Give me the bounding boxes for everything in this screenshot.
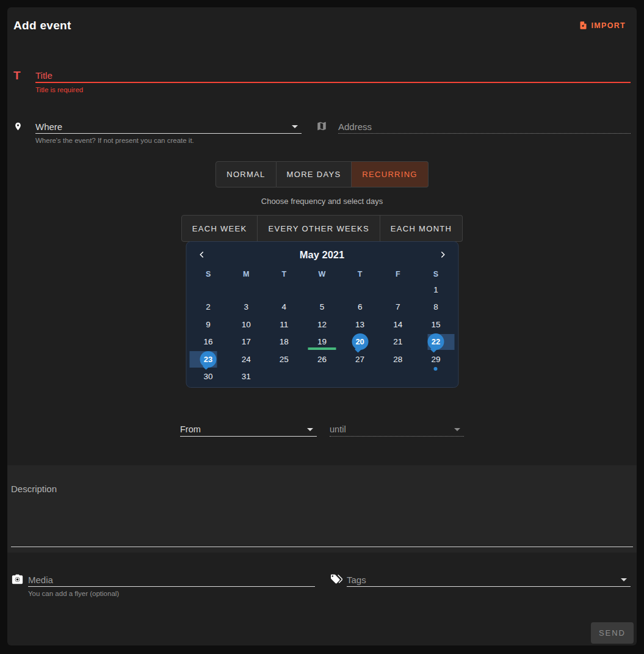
description-input[interactable]: Description (11, 484, 633, 547)
tags-placeholder: Tags (347, 575, 366, 585)
calendar-day-19[interactable]: 19 (303, 333, 341, 351)
frequency-tabs: EACH WEEKEVERY OTHER WEEKSEACH MONTH (181, 215, 463, 242)
tab-each-month[interactable]: EACH MONTH (380, 215, 463, 242)
day-number: 29 (431, 355, 440, 364)
where-placeholder: Where (35, 122, 62, 132)
import-label: IMPORT (592, 21, 626, 30)
calendar-weekday-row: SMTWTFS (186, 267, 458, 281)
day-number: 30 (204, 372, 213, 381)
calendar-weekday: S (417, 267, 455, 281)
calendar-day-26[interactable]: 26 (303, 351, 341, 368)
day-number: 25 (280, 355, 289, 364)
mode-tabs: NORMALMORE DAYSRECURRING (215, 161, 429, 187)
tab-every-other-weeks[interactable]: EVERY OTHER WEEKS (258, 215, 380, 242)
from-select[interactable]: From (180, 423, 317, 437)
calendar-day-empty (189, 281, 227, 299)
tab-normal[interactable]: NORMAL (215, 161, 276, 187)
calendar-day-1[interactable]: 1 (417, 281, 455, 299)
footer-actions: SEND (591, 622, 634, 644)
calendar-day-4[interactable]: 4 (265, 299, 303, 316)
calendar-day-11[interactable]: 11 (265, 316, 303, 333)
calendar-weekday: S (189, 267, 227, 281)
chevron-down-icon (621, 578, 627, 581)
calendar-day-21[interactable]: 21 (379, 333, 417, 351)
day-number: 15 (431, 320, 440, 329)
calendar-day-22[interactable]: 22 (417, 333, 455, 351)
calendar-day-empty (417, 368, 455, 386)
calendar-day-6[interactable]: 6 (341, 299, 379, 316)
calendar-day-29[interactable]: 29 (417, 351, 455, 368)
title-icon: T (13, 69, 28, 93)
day-number: 27 (355, 355, 364, 364)
calendar-prev-button[interactable] (192, 245, 211, 264)
calendar-day-empty (265, 368, 303, 386)
calendar-day-28[interactable]: 28 (379, 351, 417, 368)
dialog-header: Add event IMPORT (13, 17, 628, 34)
calendar-day-empty (303, 281, 341, 299)
day-number: 19 (317, 337, 327, 346)
day-number: 10 (242, 320, 251, 329)
calendar-day-2[interactable]: 2 (189, 299, 227, 316)
day-number: 4 (282, 302, 287, 311)
address-field: Address (316, 120, 631, 144)
calendar-day-27[interactable]: 27 (341, 351, 379, 368)
calendar-day-empty (303, 368, 341, 386)
day-number: 14 (393, 320, 402, 329)
title-input[interactable]: Title (35, 69, 631, 83)
calendar-day-empty (265, 281, 303, 299)
calendar-day-14[interactable]: 14 (379, 316, 417, 333)
import-button[interactable]: IMPORT (576, 17, 628, 34)
calendar-day-13[interactable]: 13 (341, 316, 379, 333)
calendar-day-23[interactable]: 23 (189, 351, 227, 368)
calendar-day-7[interactable]: 7 (379, 299, 417, 316)
until-placeholder: until (330, 424, 346, 434)
where-select[interactable]: Where (35, 120, 302, 134)
calendar-day-8[interactable]: 8 (417, 299, 455, 316)
selected-day-marker: 20 (352, 333, 368, 350)
calendar-day-15[interactable]: 15 (417, 316, 455, 333)
address-placeholder: Address (338, 122, 372, 132)
title-error-text: Title is required (35, 86, 631, 93)
calendar-month-label: May 2021 (211, 249, 433, 261)
tab-each-week[interactable]: EACH WEEK (181, 215, 258, 242)
calendar-header: May 2021 (186, 242, 458, 267)
calendar-day-20[interactable]: 20 (341, 333, 379, 351)
calendar-day-24[interactable]: 24 (227, 351, 265, 368)
media-input[interactable]: Media (28, 573, 315, 587)
calendar-day-10[interactable]: 10 (227, 316, 265, 333)
day-number: 26 (317, 355, 327, 364)
mode-tabs-wrap: NORMALMORE DAYSRECURRING (7, 161, 637, 187)
description-section: Description (7, 465, 637, 553)
day-number: 9 (206, 320, 211, 329)
title-field: T Title Title is required (13, 69, 631, 93)
calendar-day-25[interactable]: 25 (265, 351, 303, 368)
tags-select[interactable]: Tags (347, 573, 631, 587)
calendar-day-5[interactable]: 5 (303, 299, 341, 316)
calendar: May 2021 SMTWTFS 12345678910111213141516… (186, 241, 458, 388)
day-number: 16 (204, 337, 213, 346)
calendar-next-button[interactable] (433, 245, 452, 264)
calendar-day-9[interactable]: 9 (189, 316, 227, 333)
from-field: From (180, 423, 317, 437)
calendar-weekday: T (265, 267, 303, 281)
tab-recurring[interactable]: RECURRING (352, 161, 428, 187)
address-input[interactable]: Address (338, 120, 631, 134)
selected-day-marker: 23 (200, 351, 217, 368)
calendar-day-17[interactable]: 17 (227, 333, 265, 351)
day-number: 28 (393, 355, 402, 364)
title-placeholder: Title (35, 70, 52, 81)
calendar-day-18[interactable]: 18 (265, 333, 303, 351)
send-button[interactable]: SEND (591, 622, 634, 644)
until-select[interactable]: until (330, 423, 464, 437)
calendar-day-31[interactable]: 31 (227, 368, 265, 386)
calendar-day-30[interactable]: 30 (189, 368, 227, 386)
calendar-day-3[interactable]: 3 (227, 299, 265, 316)
location-row: Where Where's the event? If not present … (13, 120, 631, 144)
calendar-day-12[interactable]: 12 (303, 316, 341, 333)
calendar-day-empty (341, 281, 379, 299)
calendar-day-empty (379, 368, 417, 386)
day-number: 24 (242, 355, 251, 364)
calendar-day-16[interactable]: 16 (189, 333, 227, 351)
calendar-weekday: W (303, 267, 341, 281)
tab-more-days[interactable]: MORE DAYS (277, 161, 352, 187)
